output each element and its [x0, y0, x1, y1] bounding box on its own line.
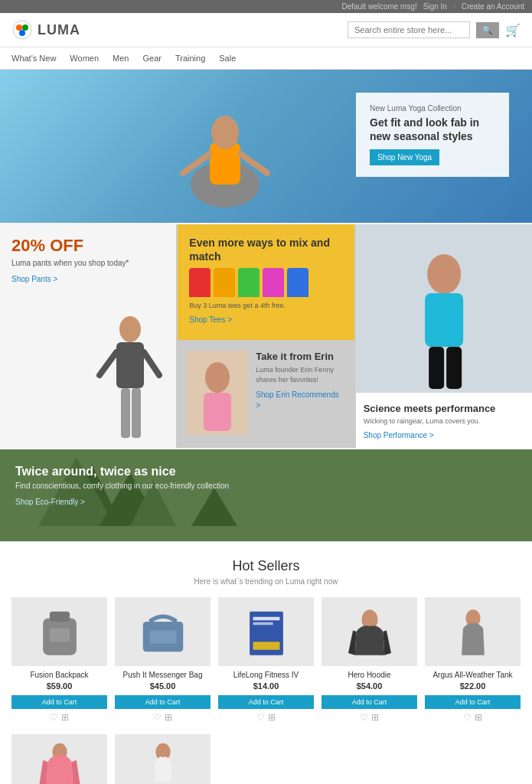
- product-actions-messenger: ♡ ⊞: [115, 712, 211, 723]
- svg-rect-10: [116, 342, 144, 388]
- product-card-messenger: Push It Messenger Bag $45.00 Add to Cart…: [115, 597, 211, 723]
- product-actions-hoodie: ♡ ⊞: [321, 712, 417, 723]
- product-price-book: $14.00: [218, 681, 314, 691]
- svg-marker-43: [38, 760, 47, 784]
- svg-line-13: [100, 352, 116, 375]
- product-card-tank: Argus All-Weather Tank $22.00 Add to Car…: [425, 597, 521, 723]
- add-to-cart-book[interactable]: Add to Cart: [218, 695, 314, 709]
- svg-point-3: [19, 30, 25, 36]
- product-img-messenger: [115, 597, 211, 666]
- hot-sellers-section: Hot Sellers Here is what`s trending on L…: [0, 543, 532, 784]
- svg-point-21: [205, 362, 230, 393]
- product-name-tank: Argus All-Weather Tank: [425, 671, 521, 679]
- product-price-messenger: $45.00: [115, 681, 211, 691]
- svg-marker-40: [383, 630, 391, 655]
- hero-cta-button[interactable]: Shop New Yoga: [370, 149, 439, 165]
- eco-content: Twice around, twice as nice Find conscie…: [15, 465, 229, 507]
- off-badge: 20% OFF: [11, 236, 165, 256]
- nav-sale[interactable]: Sale: [219, 47, 236, 69]
- product-name-book: LifeLong Fitness IV: [218, 671, 314, 679]
- panel-mix-match: Even more ways to mix and match Buy 3 Lu…: [178, 224, 354, 340]
- promo-row-1: 20% OFF Luma pants when you shop today* …: [0, 224, 532, 448]
- welcome-msg: Default welcome msg!: [341, 2, 416, 11]
- man-figure: [92, 310, 168, 448]
- svg-rect-33: [149, 630, 176, 644]
- product-img-backpack: [11, 597, 107, 666]
- nav-gear[interactable]: Gear: [142, 47, 161, 69]
- svg-marker-44: [71, 760, 80, 784]
- create-account-link[interactable]: Create an Account: [462, 2, 524, 11]
- svg-rect-12: [132, 388, 141, 438]
- nav-men[interactable]: Men: [113, 47, 129, 69]
- svg-line-14: [144, 352, 159, 375]
- nav-training[interactable]: Training: [175, 47, 205, 69]
- svg-point-2: [22, 24, 28, 31]
- nav-women[interactable]: Women: [70, 47, 99, 69]
- cart-icon[interactable]: 🛒: [505, 23, 521, 38]
- eco-link[interactable]: Shop Eco-Friendly >: [15, 498, 85, 506]
- hot-sellers-subtitle: Here is what`s trending on Luma right no…: [11, 577, 521, 586]
- compare-icon-book[interactable]: ⊞: [268, 712, 276, 723]
- tee-orange: [214, 268, 235, 297]
- products-row-2: Radiant Tee $22.00 Add to Cart ♡ ⊞ Breat…: [11, 734, 521, 784]
- product-name-messenger: Push It Messenger Bag: [115, 671, 211, 679]
- top-bar: Default welcome msg! Sign In · Create an…: [0, 0, 532, 13]
- wishlist-icon-tank[interactable]: ♡: [463, 712, 472, 723]
- tee-pink: [263, 268, 284, 297]
- hero-figure: [156, 77, 294, 223]
- add-to-cart-backpack[interactable]: Add to Cart: [11, 695, 107, 709]
- product-img-hoodie: [321, 597, 417, 666]
- signin-link[interactable]: Sign In: [423, 2, 447, 11]
- product-name-backpack: Fusion Backpack: [11, 671, 107, 679]
- athlete-figure: [356, 224, 532, 393]
- product-img-tank: [425, 597, 521, 666]
- logo[interactable]: LUMA: [11, 19, 80, 41]
- hero-title: Get fit and look fab in new seasonal sty…: [370, 116, 495, 143]
- svg-point-6: [211, 116, 239, 149]
- compare-icon-backpack[interactable]: ⊞: [61, 712, 69, 723]
- search-button[interactable]: 🔍: [476, 22, 499, 38]
- svg-rect-31: [49, 629, 69, 642]
- svg-rect-35: [253, 617, 279, 620]
- product-card-breathe-tank: Breathe-Easy Tank $34.00 Add to Cart ♡ ⊞: [115, 734, 211, 784]
- eco-panel: Twice around, twice as nice Find conscie…: [0, 449, 532, 541]
- header: LUMA 🔍 🛒: [0, 13, 532, 47]
- product-price-tank: $22.00: [425, 681, 521, 691]
- tee-green: [238, 268, 259, 297]
- product-price-backpack: $59.00: [11, 681, 107, 691]
- wishlist-icon-backpack[interactable]: ♡: [50, 712, 58, 723]
- hero-banner: New Luma Yoga Collection Get fit and loo…: [0, 70, 532, 223]
- add-to-cart-hoodie[interactable]: Add to Cart: [321, 695, 417, 709]
- erin-link[interactable]: Shop Erin Recommends >: [256, 390, 338, 410]
- product-actions-backpack: ♡ ⊞: [11, 712, 107, 723]
- product-img-book: [218, 597, 314, 666]
- erin-image: [187, 351, 248, 435]
- panel-erin: Take it from Erin Luma founder Erin Fenn…: [178, 341, 354, 448]
- product-price-hoodie: $54.00: [321, 681, 417, 691]
- eco-desc: Find conscientious, comfy clothing in ou…: [15, 482, 229, 490]
- compare-icon-hoodie[interactable]: ⊞: [371, 712, 379, 723]
- add-to-cart-messenger[interactable]: Add to Cart: [115, 695, 211, 709]
- performance-content: Science meets performance Wicking to rai…: [356, 395, 532, 448]
- svg-point-1: [16, 24, 22, 31]
- svg-rect-30: [49, 612, 69, 622]
- nav-whats-new[interactable]: What's New: [11, 47, 56, 69]
- wishlist-icon-hoodie[interactable]: ♡: [360, 712, 368, 723]
- eco-title: Twice around, twice as nice: [15, 465, 229, 479]
- wishlist-icon-messenger[interactable]: ♡: [153, 712, 162, 723]
- compare-icon-messenger[interactable]: ⊞: [165, 712, 172, 723]
- compare-icon-tank[interactable]: ⊞: [475, 712, 482, 723]
- shop-tees-link[interactable]: Shop Tees >: [189, 315, 232, 324]
- svg-rect-11: [121, 388, 130, 438]
- mix-sub: Buy 3 Luma tees get a 4th free.: [189, 302, 342, 309]
- wishlist-icon-book[interactable]: ♡: [256, 712, 265, 723]
- shop-pants-link[interactable]: Shop Pants >: [11, 275, 57, 283]
- search-input[interactable]: [348, 21, 470, 38]
- add-to-cart-tank[interactable]: Add to Cart: [425, 695, 521, 709]
- off-text: Luma pants when you shop today*: [11, 259, 165, 267]
- erin-title: Take it from Erin: [256, 351, 344, 362]
- shop-performance-link[interactable]: Shop Performance >: [364, 431, 434, 439]
- product-actions-tank: ♡ ⊞: [425, 712, 521, 723]
- panel-20-off: 20% OFF Luma pants when you shop today* …: [0, 224, 176, 448]
- header-right: 🔍 🛒: [348, 21, 521, 38]
